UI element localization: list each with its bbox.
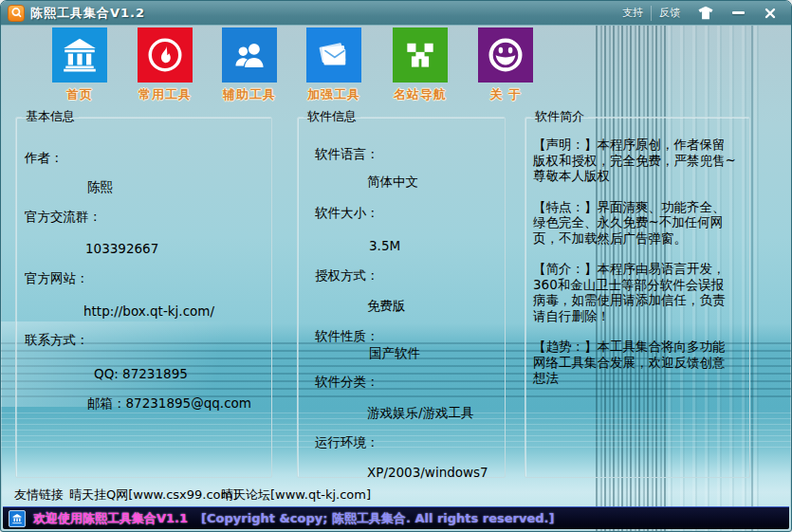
feedback-button[interactable]: 反馈 bbox=[652, 6, 688, 21]
author-value: 陈熙 bbox=[87, 179, 113, 196]
status-copyright-text: [Copyright &copy; 陈熙工具集合. All rights res… bbox=[201, 510, 554, 527]
software-intro-panel: 软件简介 【声明：】本程序原创，作者保留版权和授权，完全免费，严禁兜售~尊敬本人… bbox=[525, 108, 750, 478]
intro-trend-paragraph: 【趋势：】本工具集合将向多功能网络工具集合发展，欢迎反馈创意想法 bbox=[533, 339, 736, 386]
skin-shirt-icon[interactable] bbox=[691, 4, 720, 23]
size-label: 软件大小： bbox=[315, 205, 379, 222]
minimize-button[interactable] bbox=[724, 4, 752, 23]
app-logo-icon bbox=[8, 5, 25, 22]
status-bar: 欢迎使用陈熙工具集合V1.1 [Copyright &copy; 陈熙工具集合.… bbox=[3, 506, 789, 529]
window-title: 陈熙工具集合V1.2 bbox=[30, 5, 145, 22]
friendly-links-bar: 友情链接 晴天挂Q网[www.csx99.com] 晴天论坛[www.qt-kj… bbox=[1, 486, 791, 505]
people-icon bbox=[222, 28, 277, 83]
nav-button-enhanced-tools[interactable]: 加强工具 bbox=[291, 28, 377, 103]
flame-icon bbox=[138, 28, 193, 83]
support-button[interactable]: 支持 bbox=[615, 6, 652, 21]
website-label: 官方网站： bbox=[25, 270, 89, 287]
language-label: 软件语言： bbox=[315, 146, 379, 163]
basic-info-legend: 基本信息 bbox=[22, 108, 79, 125]
qq-group-value: 103392667 bbox=[85, 241, 158, 256]
website-link[interactable]: http://box.qt-kj.com/ bbox=[83, 303, 214, 319]
contact-qq-value: QQ: 87231895 bbox=[94, 366, 188, 381]
license-label: 授权方式： bbox=[315, 267, 379, 284]
basic-info-panel: 基本信息 作者： 陈熙 官方交流群： 103392667 官方网站： http:… bbox=[15, 108, 272, 478]
bank-icon bbox=[52, 28, 107, 83]
category-label: 软件分类： bbox=[315, 374, 379, 391]
contact-label: 联系方式： bbox=[25, 332, 89, 349]
nav-label: 加强工具 bbox=[291, 86, 377, 103]
nav-label: 名站导航 bbox=[378, 86, 463, 103]
nav-button-helper-tools[interactable]: 辅助工具 bbox=[207, 28, 292, 103]
environment-value: XP/2003/windows7 bbox=[367, 465, 488, 480]
nature-label: 软件性质： bbox=[315, 328, 379, 345]
nav-toolbar: 首页 常用工具 辅助工具 bbox=[1, 28, 791, 111]
status-welcome-text: 欢迎使用陈熙工具集合V1.1 bbox=[33, 510, 188, 527]
software-intro-legend: 软件简介 bbox=[531, 108, 588, 125]
contact-email-value: 邮箱：87231895@qq.com bbox=[87, 395, 251, 413]
nav-button-site-navigation[interactable]: 名站导航 bbox=[378, 28, 463, 103]
smiley-icon bbox=[478, 28, 533, 83]
nav-label: 辅助工具 bbox=[207, 86, 292, 103]
status-bank-icon bbox=[9, 510, 26, 527]
nav-button-about[interactable]: 关 于 bbox=[463, 28, 548, 103]
nav-button-common-tools[interactable]: 常用工具 bbox=[122, 28, 208, 103]
size-value: 3.5M bbox=[369, 238, 400, 253]
nature-value: 国产软件 bbox=[369, 345, 420, 362]
nav-label: 关 于 bbox=[463, 86, 548, 103]
friendly-link-qtkj[interactable]: 晴天论坛[www.qt-kj.com] bbox=[221, 486, 371, 504]
nav-label: 常用工具 bbox=[122, 86, 208, 103]
creeper-icon bbox=[393, 28, 448, 83]
software-info-legend: 软件信息 bbox=[304, 108, 360, 125]
software-info-panel: 软件信息 软件语言： 简体中文 软件大小： 3.5M 授权方式： 免费版 软件性… bbox=[297, 108, 506, 478]
friendly-link-csx99[interactable]: 晴天挂Q网[www.csx99.com] bbox=[69, 486, 237, 504]
photos-icon bbox=[306, 28, 361, 83]
friendly-links-label: 友情链接 bbox=[14, 486, 64, 504]
intro-features-paragraph: 【特点：】界面清爽、功能齐全、绿色完全、永久免费~不加任何网页，不加载然后广告弹… bbox=[533, 199, 736, 247]
category-value: 游戏娱乐/游戏工具 bbox=[367, 405, 474, 422]
environment-label: 运行环境： bbox=[315, 434, 379, 451]
author-label: 作者： bbox=[25, 150, 64, 167]
nav-label: 首页 bbox=[37, 86, 122, 103]
close-button[interactable] bbox=[756, 4, 784, 23]
qq-group-label: 官方交流群： bbox=[25, 209, 101, 226]
intro-summary-paragraph: 【简介：】本程序由易语言开发，360和金山卫士等部分软件会误报病毒，如需使用请添… bbox=[533, 261, 736, 323]
license-value: 免费版 bbox=[367, 298, 406, 315]
language-value: 简体中文 bbox=[367, 174, 418, 191]
nav-button-home[interactable]: 首页 bbox=[37, 28, 122, 103]
app-window: 陈熙工具集合V1.2 支持 反馈 bbox=[0, 0, 792, 532]
intro-statement-paragraph: 【声明：】本程序原创，作者保留版权和授权，完全免费，严禁兜售~尊敬本人版权 bbox=[533, 137, 736, 184]
title-bar[interactable]: 陈熙工具集合V1.2 支持 反馈 bbox=[1, 1, 791, 26]
